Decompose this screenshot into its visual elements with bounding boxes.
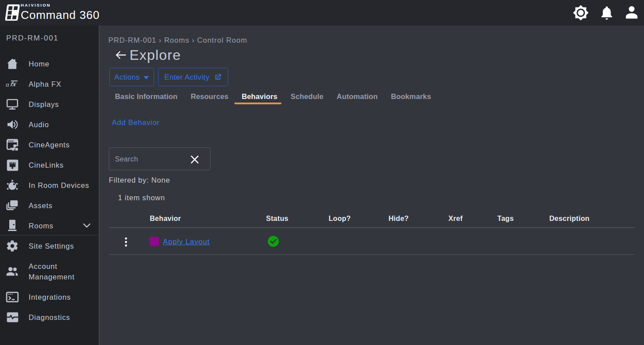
svg-text:α: α [6, 81, 10, 88]
svg-text:fx: fx [10, 81, 17, 88]
